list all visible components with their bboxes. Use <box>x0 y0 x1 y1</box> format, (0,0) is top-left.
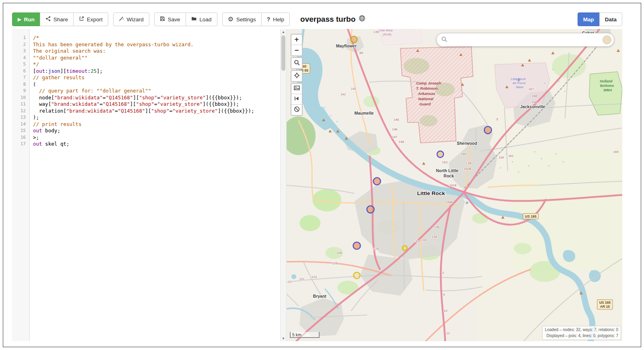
code-line[interactable]: node["brand:wikidata"="Q145168"]["shop"=… <box>33 95 280 101</box>
export-image-button[interactable] <box>291 84 302 94</box>
code-line[interactable]: // query part for: ""dollar general"" <box>33 88 280 95</box>
map-search-input[interactable] <box>450 37 603 43</box>
code-line[interactable]: ( <box>33 81 280 88</box>
poi-marker[interactable] <box>402 246 407 251</box>
road-number-label: 10A <box>531 100 537 104</box>
code-line[interactable]: /* <box>33 35 280 41</box>
road-number-label: 150 <box>460 152 466 156</box>
road-number-label: 146 <box>394 118 399 121</box>
road-number-label: 133 <box>421 238 427 242</box>
export-icon <box>79 16 84 23</box>
airport-icon: ✈ <box>465 200 469 205</box>
scale-bar: 5 km <box>290 332 320 338</box>
status-displayed: Displayed – pois: 4, lines: 0, polygons:… <box>545 333 618 339</box>
settings-label: Settings <box>236 16 256 23</box>
editor-scrollbar[interactable]: ▲ ▼ <box>280 29 287 341</box>
code-line[interactable]: The original search was: <box>33 48 280 55</box>
road-number-label: 168 <box>532 94 537 98</box>
poi-marker[interactable] <box>367 206 374 213</box>
code-line[interactable]: ); <box>33 114 280 121</box>
route-shield-label: US 165 <box>599 301 611 305</box>
code-line[interactable]: This has been generated by the overpass-… <box>33 41 280 48</box>
road-number-label: 121 <box>299 277 305 281</box>
scroll-up-arrow-icon[interactable]: ▲ <box>281 29 286 35</box>
status-loaded: Loaded – nodes: 32, ways: 7, relations: … <box>545 327 618 333</box>
code-line[interactable]: out skel qt; <box>33 141 280 148</box>
code-line[interactable]: // gather results <box>33 74 280 81</box>
export-button[interactable]: Export <box>73 12 108 26</box>
code-line[interactable]: relation["brand:wikidata"="Q145168"]["sh… <box>33 108 280 115</box>
map-place-label: Sherwood <box>457 141 477 146</box>
poi-marker[interactable] <box>437 151 444 157</box>
wizard-button[interactable]: Wizard <box>113 12 149 26</box>
poi-marker[interactable] <box>353 272 360 279</box>
export-label: Export <box>87 16 103 23</box>
zoom-out-button[interactable]: − <box>291 45 302 56</box>
line-number: 9 <box>12 88 29 95</box>
skip-back-icon <box>294 95 299 103</box>
settings-button[interactable]: ⚙ Settings <box>222 12 262 26</box>
load-button[interactable]: Load <box>186 12 217 26</box>
map-place-label: Bottoms <box>600 84 614 88</box>
locate-button[interactable] <box>291 71 302 81</box>
map-place-label: (SUA) <box>383 33 392 36</box>
map-place-label: Mayflower <box>336 43 357 48</box>
road-number-label: 161 <box>508 154 514 158</box>
scrollbar-thumb[interactable] <box>281 35 285 71</box>
road-number-label: 2 <box>442 271 444 275</box>
code-line[interactable]: */ <box>33 61 280 68</box>
code-line[interactable]: ""dollar general"" <box>33 55 280 62</box>
save-button[interactable]: Save <box>154 12 186 26</box>
poi-marker[interactable] <box>484 126 491 134</box>
run-share-export-group: ▶ Run Share Export <box>12 12 108 26</box>
map-canvas[interactable]: ✈✈ I 40US 65US 165US 165AR 15 1358914214… <box>287 29 622 341</box>
map-place-label: Camp Joseph <box>416 81 442 85</box>
view-switch-group: Map Data <box>578 12 622 26</box>
geocoder-circle <box>603 35 611 44</box>
road-number-label: 135 <box>434 225 440 229</box>
scroll-down-arrow-icon[interactable]: ▼ <box>281 336 286 341</box>
road-number-label: 142 <box>351 87 357 91</box>
map-place-label: Bryant <box>313 294 327 299</box>
map-view-button[interactable]: Map <box>578 12 600 26</box>
line-number: 14 <box>12 121 29 128</box>
road-number-label: 135 <box>374 30 379 34</box>
road-number-label: 126 <box>332 261 338 265</box>
map-place-label: Rock <box>444 173 454 178</box>
code-editor[interactable]: 1234567891011121314151617 /*This has bee… <box>12 29 280 341</box>
poi-marker[interactable] <box>374 177 381 185</box>
code-line[interactable]: way["brand:wikidata"="Q145168"]["shop"="… <box>33 101 280 108</box>
editor-code[interactable]: /*This has been generated by the overpas… <box>30 29 280 341</box>
poi-marker[interactable] <box>351 36 357 43</box>
road-number-label: 12 <box>446 331 450 335</box>
data-view-button[interactable]: Data <box>599 12 622 26</box>
zoom-control: + − <box>291 34 303 56</box>
code-line[interactable]: [out:json][timeout:25]; <box>33 68 280 75</box>
line-number: 17 <box>12 141 29 148</box>
road-number-label: 89 <box>359 51 363 55</box>
poi-marker[interactable] <box>353 242 360 249</box>
line-number: 5 <box>12 61 29 68</box>
code-line[interactable]: >; <box>33 134 280 141</box>
map[interactable]: ✈✈ I 40US 65US 165US 165AR 15 1358914214… <box>287 29 622 341</box>
help-button[interactable]: ? Help <box>261 12 290 26</box>
run-button[interactable]: ▶ Run <box>12 12 40 26</box>
scale-label: 5 km <box>292 332 301 337</box>
road-number-label: 5 <box>496 117 498 121</box>
map-place-label: Jacksonville <box>520 104 545 109</box>
code-line[interactable]: out body; <box>33 128 280 134</box>
map-place-label: Air Force <box>512 81 526 85</box>
road-number-label: 139A <box>445 200 453 204</box>
page-title: overpass turbo <box>300 15 365 24</box>
code-line[interactable]: // print results <box>33 121 280 128</box>
share-button[interactable]: Share <box>40 12 74 26</box>
zoom-to-data-button[interactable] <box>291 94 302 105</box>
map-search-button[interactable] <box>291 58 302 68</box>
map-place-label: National <box>418 97 433 101</box>
help-label: Help <box>273 16 284 23</box>
clear-map-button[interactable] <box>291 105 302 115</box>
map-place-label: Base <box>516 85 524 89</box>
line-number: 16 <box>12 134 29 141</box>
zoom-in-button[interactable]: + <box>291 35 302 45</box>
road-number-label: 151B <box>464 167 471 171</box>
